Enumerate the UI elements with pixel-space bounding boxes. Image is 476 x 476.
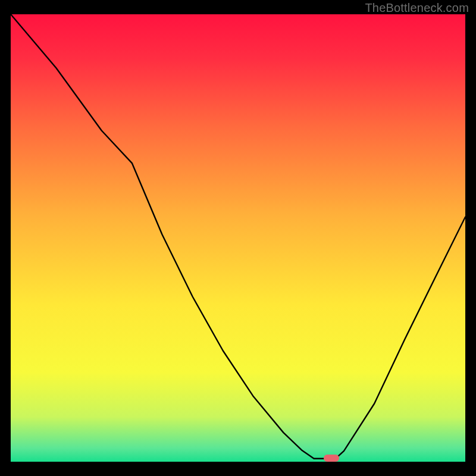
- chart-area: [11, 14, 465, 462]
- chart-marker: [324, 455, 339, 462]
- watermark-text: TheBottleneck.com: [365, 1, 469, 15]
- gradient-bg: [11, 14, 465, 462]
- svg-rect-0: [11, 14, 465, 462]
